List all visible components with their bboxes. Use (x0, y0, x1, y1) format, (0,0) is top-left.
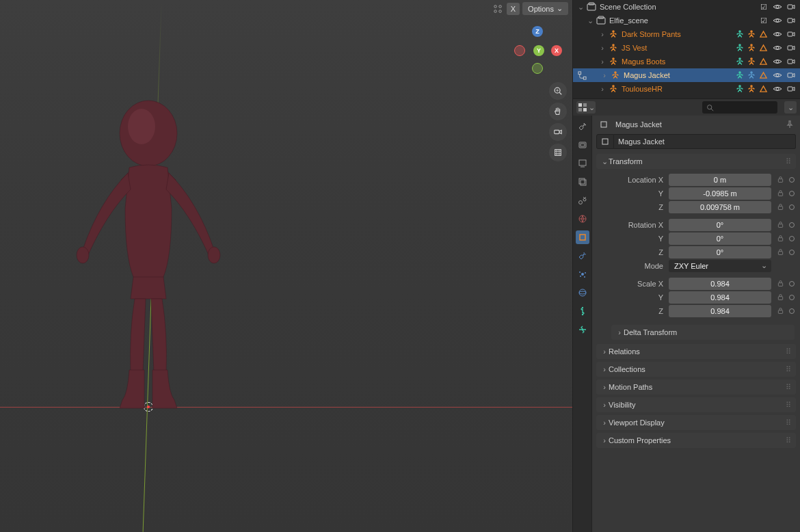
scale-y-value[interactable]: 0.984 (669, 291, 771, 304)
lock-icon[interactable] (774, 232, 786, 245)
tab-world[interactable] (576, 212, 589, 226)
panel-relations[interactable]: ›Relations⠿ (596, 344, 796, 359)
gizmo-axis-neg-x[interactable] (514, 45, 525, 56)
lock-icon[interactable] (774, 187, 786, 200)
navigation-gizmo[interactable]: Z X Y (514, 26, 562, 74)
gizmo-axis-x[interactable]: X (551, 45, 562, 56)
panel-grip-icon[interactable]: ⠿ (786, 418, 792, 427)
tab-render[interactable] (576, 138, 589, 152)
eye-icon[interactable] (772, 15, 783, 26)
scale-z-value[interactable]: 0.984 (669, 305, 771, 317)
panel-grip-icon[interactable]: ⠿ (786, 436, 792, 445)
keyframe-dot[interactable] (789, 236, 795, 241)
pan-tool-icon[interactable] (549, 103, 567, 120)
panel-transform-header[interactable]: ⌄ Transform ⠿ (596, 154, 796, 169)
gizmo-axis-y[interactable]: Y (533, 45, 544, 56)
camera-view-icon[interactable] (549, 123, 567, 141)
outliner-scene[interactable]: ⌄ Elfie_scene ☑ (573, 14, 800, 27)
panel-grip-icon[interactable]: ⠿ (786, 365, 792, 374)
keyframe-dot[interactable] (789, 222, 795, 228)
rotation-x-value[interactable]: 0° (669, 219, 771, 231)
camera-icon[interactable] (786, 1, 797, 12)
camera-icon[interactable] (786, 83, 797, 94)
object-name-value[interactable]: Magus Jacket (614, 134, 796, 149)
keyframe-dot[interactable] (789, 295, 795, 300)
chevron-right-icon[interactable]: › (600, 71, 609, 79)
tab-view-layer[interactable] (576, 175, 589, 189)
panel-grip-icon[interactable]: ⠿ (786, 157, 792, 166)
tab-modifiers[interactable] (576, 249, 589, 263)
gizmo-toggle-icon[interactable] (492, 3, 504, 15)
lock-icon[interactable] (774, 291, 786, 304)
viewport-x-button[interactable]: X (507, 3, 520, 15)
keyframe-dot[interactable] (789, 191, 795, 196)
chevron-right-icon[interactable]: › (598, 30, 607, 38)
chevron-down-icon[interactable]: ⌄ (576, 3, 585, 12)
eye-icon[interactable] (772, 29, 783, 40)
tab-object[interactable] (576, 230, 589, 244)
editor-type-dropdown[interactable]: ⌄ (576, 101, 596, 114)
outliner-root[interactable]: ⌄ Scene Collection ☑ (573, 0, 800, 14)
character-mesh[interactable] (72, 99, 224, 414)
eye-icon[interactable] (772, 83, 783, 94)
rotation-y-value[interactable]: 0° (669, 232, 771, 245)
tab-output[interactable] (576, 157, 589, 170)
viewport-options-button[interactable]: Options ⌄ (522, 2, 568, 15)
location-x-value[interactable]: 0 m (669, 174, 771, 186)
keyframe-dot[interactable] (789, 308, 795, 314)
lock-icon[interactable] (774, 201, 786, 213)
camera-icon[interactable] (786, 56, 797, 67)
lock-icon[interactable] (774, 246, 786, 258)
lock-icon[interactable] (774, 278, 786, 290)
tab-constraints[interactable] (576, 304, 589, 318)
panel-grip-icon[interactable]: ⠿ (786, 347, 792, 356)
outliner-item[interactable]: › JS Vest (573, 41, 800, 55)
options-dropdown[interactable]: ⌄ (784, 101, 797, 114)
outliner-panel[interactable]: ⌄ Scene Collection ☑ ⌄ Elfie_scene ☑ › (573, 0, 800, 98)
camera-icon[interactable] (786, 29, 797, 40)
chevron-right-icon[interactable]: › (598, 44, 607, 52)
rotation-z-value[interactable]: 0° (669, 246, 771, 258)
panel-grip-icon[interactable]: ⠿ (786, 383, 792, 392)
pin-icon[interactable] (785, 120, 795, 129)
keyframe-dot[interactable] (789, 204, 795, 210)
gizmo-axis-z[interactable]: Z (532, 26, 543, 37)
zoom-tool-icon[interactable] (549, 82, 567, 100)
tab-physics[interactable] (576, 286, 589, 300)
panel-motion-paths[interactable]: ›Motion Paths⠿ (596, 380, 796, 395)
perspective-toggle-icon[interactable] (549, 144, 567, 161)
panel-custom-properties[interactable]: ›Custom Properties⠿ (596, 433, 796, 448)
tab-particles[interactable] (576, 267, 589, 281)
eye-icon[interactable] (772, 70, 783, 81)
panel-grip-icon[interactable]: ⠿ (786, 401, 792, 410)
chevron-right-icon[interactable]: › (598, 85, 607, 93)
outliner-item[interactable]: › ToulouseHR (573, 82, 800, 96)
keyframe-dot[interactable] (789, 177, 795, 183)
panel-collections[interactable]: ›Collections⠿ (596, 362, 796, 377)
object-name-field[interactable]: Magus Jacket (596, 133, 796, 150)
keyframe-dot[interactable] (789, 250, 795, 255)
keyframe-dot[interactable] (789, 281, 795, 287)
chevron-down-icon[interactable]: ⌄ (585, 16, 595, 25)
outliner-item[interactable]: › Magus Jacket (573, 68, 800, 82)
outliner-item[interactable]: › Magus Boots (573, 55, 800, 68)
location-z-value[interactable]: 0.009758 m (669, 201, 771, 213)
lock-icon[interactable] (774, 219, 786, 231)
location-y-value[interactable]: -0.0985 m (669, 187, 771, 200)
lock-icon[interactable] (774, 174, 786, 186)
chevron-right-icon[interactable]: › (598, 57, 607, 66)
tab-scene[interactable] (576, 194, 589, 207)
panel-visibility[interactable]: ›Visibility⠿ (596, 397, 796, 412)
eye-icon[interactable] (772, 1, 783, 12)
camera-icon[interactable] (786, 42, 797, 53)
tab-tool[interactable] (576, 120, 589, 133)
properties-body[interactable]: Magus Jacket Magus Jacket ⌄ Transform ⠿ … (592, 116, 800, 532)
outliner-item[interactable]: › Dark Storm Pants (573, 27, 800, 41)
properties-search[interactable] (702, 101, 777, 114)
panel-delta-transform[interactable]: › Delta Transform (611, 325, 795, 340)
panel-viewport-display[interactable]: ›Viewport Display⠿ (596, 415, 796, 430)
viewport-3d[interactable]: X Options ⌄ Z X Y (0, 0, 572, 532)
gizmo-axis-neg-y[interactable] (532, 63, 543, 74)
tab-data[interactable] (576, 323, 589, 336)
checkbox-icon[interactable]: ☑ (758, 15, 769, 26)
